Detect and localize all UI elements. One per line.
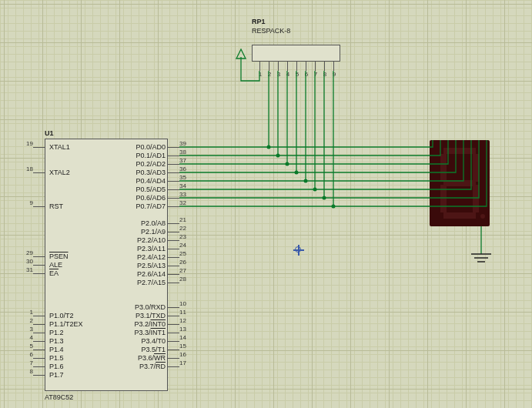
pin-stub	[33, 265, 45, 266]
seg-a	[443, 148, 476, 154]
pin-num: 15	[179, 343, 193, 349]
pin-stub	[168, 324, 179, 325]
pin-name: P3.6/WR	[123, 354, 166, 362]
pin-stub	[168, 366, 179, 367]
pin-stub	[168, 164, 179, 165]
seg-d	[443, 212, 476, 219]
schematic-canvas[interactable]: U1 AT89C52 19XTAL118XTAL29RST29PSEN30ALE…	[0, 0, 532, 408]
pin-name: P3.0/RXD	[123, 303, 166, 311]
pin-stub	[168, 181, 179, 182]
pin-stub	[168, 147, 179, 148]
pin-stub	[33, 316, 45, 316]
pin-name: P2.2/A10	[123, 236, 166, 244]
pin-name: P2.3/A11	[123, 245, 166, 252]
pin-name: P2.0/A8	[123, 219, 166, 227]
pin-num: 8	[321, 71, 329, 78]
pin-stub	[168, 358, 179, 359]
pin-stub	[168, 283, 179, 283]
pin-name: P0.6/AD6	[123, 194, 166, 202]
pin-name: P1.1/T2EX	[49, 320, 83, 328]
pin-name: P3.5/T1	[123, 346, 166, 353]
pin-stub	[168, 349, 179, 350]
pin-num: 19	[19, 140, 33, 147]
u1-ref: U1	[45, 129, 54, 137]
pin-name: P3.1/TXD	[123, 312, 166, 319]
pin-name: XTAL1	[49, 143, 70, 151]
pin-stub	[33, 273, 45, 274]
pin-num: 25	[179, 250, 193, 257]
pin-num: 2	[19, 317, 33, 324]
pin-name: P1.0/T2	[49, 312, 74, 319]
pin-name: P3.7/RD	[123, 363, 166, 370]
pin-num: 14	[179, 334, 193, 341]
pin-name: P3.4/T0	[123, 337, 166, 345]
pin-stub	[33, 206, 45, 207]
pin-stub	[33, 256, 45, 257]
pin-num: 27	[179, 267, 193, 274]
pin-stub	[168, 232, 179, 232]
seg-f	[440, 154, 447, 182]
pin-name: PSEN	[49, 252, 69, 260]
pin-stub	[168, 257, 179, 258]
pin-stub	[33, 358, 45, 359]
pin-num: 5	[293, 71, 301, 78]
pin-num: 23	[179, 233, 193, 240]
pin-name: P2.5/A13	[123, 262, 166, 269]
pin-name: P3.2/INT0	[123, 320, 166, 328]
pin-num: 32	[179, 199, 193, 206]
pin-num: 38	[179, 149, 193, 156]
pin-stub	[269, 62, 269, 71]
seg-e	[440, 185, 447, 212]
pin-num: 5	[19, 343, 33, 349]
pin-name: P0.0/AD0	[123, 143, 166, 151]
pin-num: 30	[19, 258, 33, 265]
pin-stub	[168, 223, 179, 224]
seg-g	[443, 180, 476, 186]
pin-name: P1.2	[49, 329, 64, 336]
pin-name: P0.7/AD7	[123, 202, 166, 210]
pin-num: 37	[179, 157, 193, 164]
pin-num: 11	[179, 309, 193, 316]
pin-stub	[296, 62, 297, 71]
pin-stub	[168, 206, 179, 207]
pin-num: 36	[179, 166, 193, 172]
rp1-ref: RP1	[252, 18, 266, 25]
pin-num: 8	[19, 368, 33, 375]
pin-num: 12	[179, 317, 193, 324]
pin-stub	[168, 249, 179, 249]
pin-name: P1.7	[49, 371, 64, 379]
seg-b	[473, 154, 479, 182]
pin-num: 28	[179, 276, 193, 283]
pin-num: 3	[19, 326, 33, 333]
pin-stub	[168, 156, 179, 156]
seven-seg-display[interactable]	[430, 140, 490, 226]
pin-stub	[168, 274, 179, 275]
pin-name: P0.1/AD1	[123, 152, 166, 159]
pin-num: 17	[179, 360, 193, 366]
pin-stub	[168, 189, 179, 190]
rp1-body[interactable]	[252, 45, 340, 62]
pin-stub	[33, 341, 45, 342]
pin-stub	[33, 147, 45, 148]
pin-stub	[287, 62, 288, 71]
pin-num: 31	[19, 266, 33, 273]
pin-num: 3	[275, 71, 283, 78]
pin-name: P1.6	[49, 363, 64, 370]
pin-num: 26	[179, 259, 193, 266]
pin-stub	[33, 324, 45, 325]
pin-num: 22	[179, 225, 193, 232]
pin-stub	[168, 333, 179, 333]
pin-name: P1.4	[49, 346, 64, 353]
pin-stub	[168, 198, 179, 199]
seg-c	[473, 185, 479, 212]
pin-name: P2.4/A12	[123, 253, 166, 261]
pin-num: 6	[303, 71, 310, 78]
pin-num: 1	[256, 71, 264, 78]
pin-num: 39	[179, 140, 193, 147]
pin-name: P2.6/A14	[123, 270, 166, 278]
pin-name: P0.2/AD2	[123, 160, 166, 168]
pin-num: 4	[284, 71, 292, 78]
pin-stub	[33, 366, 45, 367]
pin-stub	[278, 62, 279, 71]
pin-num: 24	[179, 242, 193, 249]
